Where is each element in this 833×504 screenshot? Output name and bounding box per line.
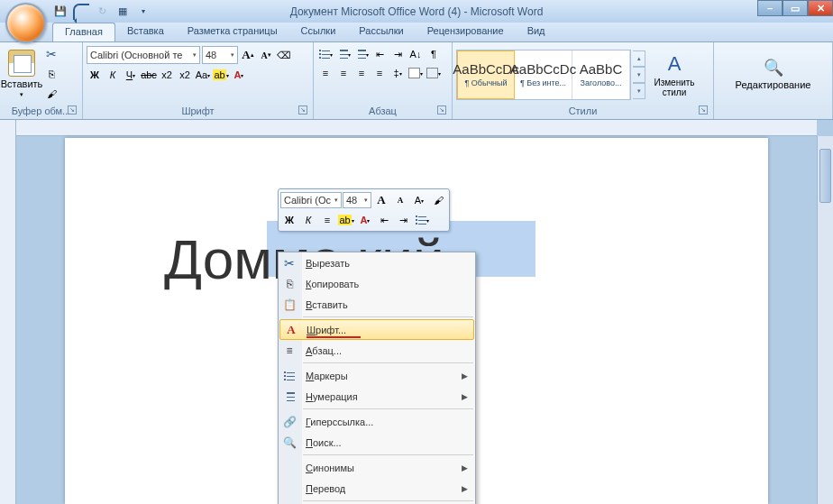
tab-Вставка[interactable]: Вставка <box>115 23 176 41</box>
menu-item-Синонимы[interactable]: Синонимы▶ <box>279 457 475 478</box>
menu-item-Поиск...[interactable]: 🔍Поиск... <box>279 432 475 453</box>
mini-italic-button[interactable]: К <box>299 211 317 229</box>
style-item[interactable]: AaBbCЗаголово... <box>572 50 630 99</box>
menu-item-Вставить[interactable]: 📋Вставить <box>279 294 475 315</box>
tab-Рассылки[interactable]: Рассылки <box>347 23 415 41</box>
mini-center-button[interactable]: ≡ <box>318 211 336 229</box>
mini-size-combo[interactable]: 48▾ <box>343 192 371 208</box>
menu-item-Перевод[interactable]: Перевод▶ <box>279 478 475 499</box>
fontA-icon: A <box>284 323 298 337</box>
vertical-ruler[interactable] <box>0 120 16 504</box>
change-styles-button[interactable]: A Изменить стили <box>651 45 698 105</box>
scroll-up-icon[interactable]: ▴ <box>633 50 645 67</box>
menu-item-Гиперссылка...[interactable]: 🔗Гиперссылка... <box>279 411 475 432</box>
copy-button[interactable]: ⎘ <box>43 66 60 82</box>
menu-item-Абзац...[interactable]: ≡Абзац... <box>279 340 475 361</box>
indent-decrease-button[interactable]: ⇤ <box>371 46 388 62</box>
link-icon: 🔗 <box>282 415 297 429</box>
show-marks-button[interactable]: ¶ <box>426 46 442 62</box>
highlight-button[interactable]: ab▾ <box>213 67 229 83</box>
menu-item-label: Абзац... <box>306 345 342 356</box>
expand-gallery-icon[interactable]: ▾ <box>633 83 645 99</box>
mini-indent-dec-button[interactable]: ⇤ <box>375 211 393 229</box>
style-name: ¶ Обычный <box>460 78 512 87</box>
mini-styles-button[interactable]: A▾ <box>410 191 428 209</box>
style-item[interactable]: AaBbCcDc¶ Без инте... <box>515 50 572 99</box>
borders-button[interactable]: ▾ <box>426 65 442 81</box>
horizontal-ruler[interactable] <box>16 120 817 136</box>
dialog-launcher-icon[interactable]: ↘ <box>68 105 77 115</box>
save-icon[interactable]: 💾 <box>52 4 69 20</box>
menu-item-label: Гиперссылка... <box>306 417 373 427</box>
undo-icon[interactable] <box>73 4 89 20</box>
editing-button[interactable]: 🔍 Редактирование <box>737 44 810 104</box>
mini-bold-button[interactable]: Ж <box>280 211 298 229</box>
mini-font-combo[interactable]: Calibri (Ос▾ <box>280 192 342 208</box>
menu-item-Нумерация[interactable]: Нумерация▶ <box>279 386 475 407</box>
styles-gallery[interactable]: AaBbCcDc¶ ОбычныйAaBbCcDc¶ Без инте...Aa… <box>456 50 631 100</box>
superscript-button[interactable]: x2 <box>177 67 193 83</box>
underline-button[interactable]: Ч▾ <box>123 67 139 83</box>
vertical-scrollbar[interactable] <box>817 136 833 504</box>
clear-format-button[interactable]: ⌫ <box>276 47 292 63</box>
dialog-launcher-icon[interactable]: ↘ <box>437 105 446 115</box>
office-button[interactable] <box>5 3 46 43</box>
tab-Главная[interactable]: Главная <box>52 23 115 41</box>
dialog-launcher-icon[interactable]: ↘ <box>699 105 708 115</box>
document-page[interactable]: Домма кий Calibri (Ос▾ 48▾ A A A▾ 🖌 Ж К … <box>65 138 768 504</box>
subscript-button[interactable]: x2 <box>159 67 175 83</box>
blank-icon <box>282 481 297 496</box>
menu-item-Копировать[interactable]: ⎘Копировать <box>279 273 475 294</box>
shading-button[interactable]: ▾ <box>407 65 424 81</box>
dialog-launcher-icon[interactable]: ↘ <box>298 105 307 115</box>
line-spacing-button[interactable]: ‡▾ <box>389 65 406 81</box>
strike-button[interactable]: abc <box>141 67 157 83</box>
numbering-button[interactable]: ▾ <box>335 46 352 62</box>
close-button[interactable]: ✕ <box>808 0 833 16</box>
align-center-button[interactable]: ≡ <box>335 65 352 81</box>
mini-shrink-button[interactable]: A <box>391 191 409 209</box>
tab-Разметка страницы[interactable]: Разметка страницы <box>176 23 289 41</box>
align-justify-button[interactable]: ≡ <box>371 65 388 81</box>
maximize-button[interactable]: ▭ <box>783 0 808 16</box>
shrink-font-button[interactable]: A▾ <box>258 47 274 63</box>
minimize-button[interactable]: – <box>757 0 783 16</box>
align-left-button[interactable]: ≡ <box>317 65 334 81</box>
bullets-button[interactable]: ▾ <box>317 46 334 62</box>
mini-painter-button[interactable]: 🖌 <box>429 191 447 209</box>
menu-item-Маркеры[interactable]: Маркеры▶ <box>279 365 475 386</box>
tab-Ссылки[interactable]: Ссылки <box>289 23 348 41</box>
menu-item-Шрифт...[interactable]: AШрифт... <box>279 319 474 340</box>
bold-button[interactable]: Ж <box>87 67 103 83</box>
mini-highlight-button[interactable]: ab▾ <box>337 211 355 229</box>
paste-icon: 📋 <box>282 298 297 312</box>
font-name-combo[interactable]: Calibri (Основной те▾ <box>87 46 200 64</box>
mini-indent-inc-button[interactable]: ⇥ <box>394 211 412 229</box>
cut-button[interactable]: ✂ <box>43 46 60 62</box>
multilevel-button[interactable]: ▾ <box>353 46 370 62</box>
menu-item-Вырезать[interactable]: ✂Вырезать <box>279 252 475 273</box>
sort-button[interactable]: A↓ <box>407 46 424 62</box>
qat-dropdown-icon[interactable]: ▾ <box>135 4 151 20</box>
grow-font-button[interactable]: A▴ <box>240 47 256 63</box>
italic-button[interactable]: К <box>105 67 121 83</box>
mini-bullets-button[interactable]: ▾ <box>413 211 431 229</box>
scroll-down-icon[interactable]: ▾ <box>633 67 645 83</box>
font-size-combo[interactable]: 48▾ <box>202 46 238 64</box>
print-icon[interactable]: ▦ <box>114 4 131 20</box>
mini-grow-button[interactable]: A <box>372 191 390 209</box>
font-color-button[interactable]: A▾ <box>231 67 247 83</box>
format-painter-button[interactable]: 🖌 <box>43 86 60 102</box>
change-case-button[interactable]: Aa▾ <box>195 67 211 83</box>
align-right-button[interactable]: ≡ <box>353 65 370 81</box>
redo-icon[interactable]: ↻ <box>94 4 110 20</box>
mini-color-button[interactable]: A▾ <box>356 211 374 229</box>
indent-increase-button[interactable]: ⇥ <box>389 46 406 62</box>
style-preview: AaBbCcDc <box>510 61 576 77</box>
scrollbar-thumb[interactable] <box>819 149 831 203</box>
menu-item-label: Шрифт... <box>307 325 346 335</box>
tab-Рецензирование[interactable]: Рецензирование <box>416 23 516 41</box>
tab-Вид[interactable]: Вид <box>516 23 557 41</box>
paste-button[interactable]: Вставить ▾ <box>4 44 40 104</box>
style-item[interactable]: AaBbCcDc¶ Обычный <box>457 50 515 99</box>
